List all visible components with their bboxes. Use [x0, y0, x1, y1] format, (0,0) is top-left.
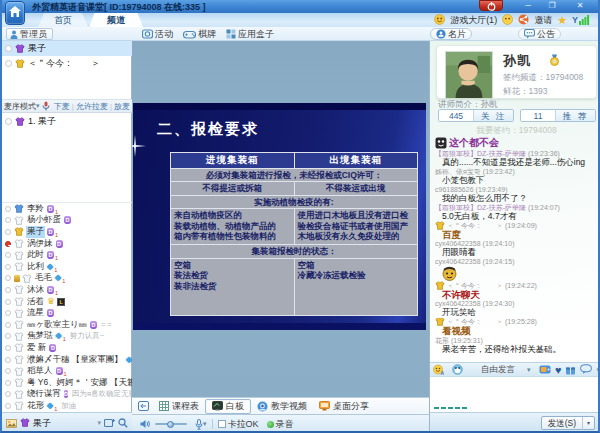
member-list[interactable]: 李羚D1 杨小虾蛋D 果子D1 涡伊妹D 此时D1 比利◆1 毛毛◆1 沐沐D1… [2, 203, 132, 412]
tab-channel[interactable]: 频道 [89, 13, 143, 27]
volume-knob[interactable] [167, 421, 174, 428]
home-icon[interactable] [5, 1, 25, 25]
speech-mode-label[interactable]: 自由发言 [481, 364, 515, 376]
member-row[interactable]: 比利◆1 [2, 261, 132, 273]
member-row[interactable]: 杨小虾蛋D [2, 215, 132, 227]
title-bar[interactable]: 外贸精英语音课堂[ ID:19794008 在线:335 ] ─ ❐ ✕ [2, 0, 598, 13]
member-row[interactable]: 爱 新D [2, 342, 132, 354]
member-row[interactable]: 此时D1 [2, 249, 132, 261]
member-row[interactable]: 活着♛L [2, 296, 132, 308]
game-hall-label[interactable]: 游戏大厅(1) [450, 14, 497, 27]
mic-action-link[interactable]: 允许拉麦 [76, 102, 108, 111]
activity-button[interactable]: 活动 [142, 28, 173, 41]
chat-input[interactable] [430, 378, 600, 412]
name-card-button[interactable]: 名片 [430, 28, 472, 40]
chevron-down-icon[interactable]: ▾ [596, 366, 600, 374]
speaker-row[interactable]: 果子 [2, 41, 132, 56]
badge-sub-number: 1 [62, 278, 65, 284]
picture-icon[interactable] [6, 419, 17, 428]
emoji-picker-icon[interactable]: A [433, 364, 444, 375]
chevron-down-icon[interactable]: ▾ [97, 419, 101, 427]
chat-username[interactable]: cyx406422358 [435, 258, 481, 267]
whiteboard-tab-desktop[interactable]: 桌面分享 [313, 399, 375, 414]
chat-bubble-icon[interactable] [580, 364, 592, 375]
level-badge-icon: D [47, 286, 54, 294]
tab-label: 课程表 [172, 400, 199, 413]
record-label[interactable]: 录音 [276, 418, 294, 431]
karaoke-label[interactable]: 卡拉OK [228, 418, 259, 431]
teacher-card: 孙凯 签约频道：19794008 鲜花：1393 [436, 45, 597, 99]
member-row[interactable]: 流星D [2, 307, 132, 319]
microphone-icon[interactable] [195, 419, 203, 430]
search-icon[interactable] [118, 418, 128, 428]
video-icon[interactable] [539, 364, 551, 375]
chevron-down-icon[interactable]: ▾ [527, 366, 531, 374]
tab-label: 白板 [226, 400, 244, 413]
vest-icon [20, 418, 30, 427]
member-row[interactable]: 果子D1 [2, 226, 132, 238]
notice-button[interactable]: 公告 [518, 28, 561, 40]
chat-message: 果老辛苦，还得给补报关基础。 [435, 345, 590, 355]
whiteboard-tab-video[interactable]: 教学视频 [251, 399, 313, 414]
recommend-button[interactable]: 11 推 荐 [520, 109, 596, 122]
follow-button[interactable]: 445 关 注 [438, 109, 514, 122]
heart-icon[interactable]: ♥ [555, 365, 562, 375]
chat-timestamp: (19:24:30) [483, 300, 515, 309]
table-cell: 使用进口木地板且没有进口检验检疫合格证书或者使用国产木地板没有永久免疫处理的 [294, 209, 418, 245]
voice-indicator [5, 45, 12, 52]
add-window-icon[interactable] [104, 418, 115, 428]
send-button[interactable]: 发送(S) ▾ [541, 416, 595, 430]
member-row[interactable]: 稻草人D1 [2, 365, 132, 377]
member-row[interactable]: 沐沐D1 [2, 284, 132, 296]
member-row[interactable]: 濮嫲〆千穗 【皇家軍團】◆1 [2, 354, 132, 366]
whiteboard-tab-board[interactable]: 白板 [205, 399, 251, 414]
power-button[interactable] [479, 0, 503, 11]
speaker-row[interactable]: ＜＂今今： ＞ [2, 56, 132, 71]
send-options-icon[interactable]: ▾ [582, 417, 594, 430]
chevron-down-icon[interactable]: ▾ [36, 102, 40, 110]
member-row[interactable]: 粤 Y6、妸妸＊＇安娜 【天籁歌手】 [2, 377, 132, 389]
member-row[interactable]: 李羚D1 [2, 203, 132, 215]
member-row[interactable]: 毛毛◆1 [2, 273, 132, 285]
volume-slider[interactable] [155, 423, 187, 425]
chevron-down-icon[interactable]: ▾ [203, 420, 207, 428]
whiteboard-canvas[interactable]: 二、报检要求 进境集装箱出境集装箱必须对集装箱进行报检，未经报检或CIQ许可：不… [132, 41, 429, 397]
send-bar: 发送(S) ▾ [430, 412, 600, 433]
invite-label[interactable]: 邀请 [534, 14, 552, 27]
mic-queue-row[interactable]: 1. 果子 [2, 114, 132, 128]
share-icon[interactable] [518, 14, 529, 27]
appbox-button[interactable]: 应用盒子 [226, 28, 274, 41]
member-row[interactable]: 绕行谋宵D因为я喜欢确定无疑… [2, 389, 132, 401]
collapse-icon[interactable] [138, 401, 149, 411]
admin-button[interactable]: 管理员 [6, 28, 53, 40]
member-name: 沐沐 [26, 284, 45, 296]
level-badge-icon: D [47, 251, 54, 259]
games-button[interactable]: 棋牌 [183, 28, 216, 41]
whiteboard-tab-schedule[interactable]: 课程表 [153, 399, 205, 414]
mic-mode-label[interactable]: 麦序模式 [4, 101, 36, 112]
member-row[interactable]: 涡伊妹D [2, 238, 132, 250]
speaker-icon[interactable] [140, 419, 151, 429]
member-row[interactable]: 焦梦琺◆1努力认真~ [2, 331, 132, 343]
vest-icon [14, 251, 24, 260]
star-icon[interactable]: ★ [557, 15, 567, 25]
vest-icon [14, 239, 24, 248]
emoticon-icon[interactable] [502, 14, 513, 27]
mic-action-link[interactable]: 放麦 [114, 102, 130, 111]
mic-action-link[interactable]: 下麦 [54, 102, 70, 111]
gift-icon[interactable] [565, 364, 576, 375]
member-row[interactable]: ㎜ヶ歌室主り㎜D= = [2, 319, 132, 331]
close-button[interactable]: ✕ [573, 0, 587, 11]
karaoke-checkbox[interactable] [218, 420, 226, 428]
my-name[interactable]: 果子 [33, 417, 51, 430]
table-cell: 来自动植物疫区的装载动植物、动植物产品的箱内带有植物性包装物料的 [171, 209, 295, 245]
tab-home[interactable]: 首页 [38, 13, 88, 27]
chat-log[interactable]: 这个都不会【霜狼軍校】DZ-扶苏-萨華隆(19:23:36)真的......不知… [435, 137, 590, 363]
minimize-button[interactable]: ─ [521, 0, 535, 11]
custom-emote-icon[interactable] [452, 364, 463, 375]
restore-button[interactable]: ❐ [545, 0, 559, 11]
level-badge-icon: D [49, 344, 56, 352]
member-row[interactable]: 花形◆1加油 [2, 400, 132, 412]
mic-search-icon[interactable] [41, 101, 51, 111]
chat-timestamp: (19:24:15) [483, 258, 515, 267]
